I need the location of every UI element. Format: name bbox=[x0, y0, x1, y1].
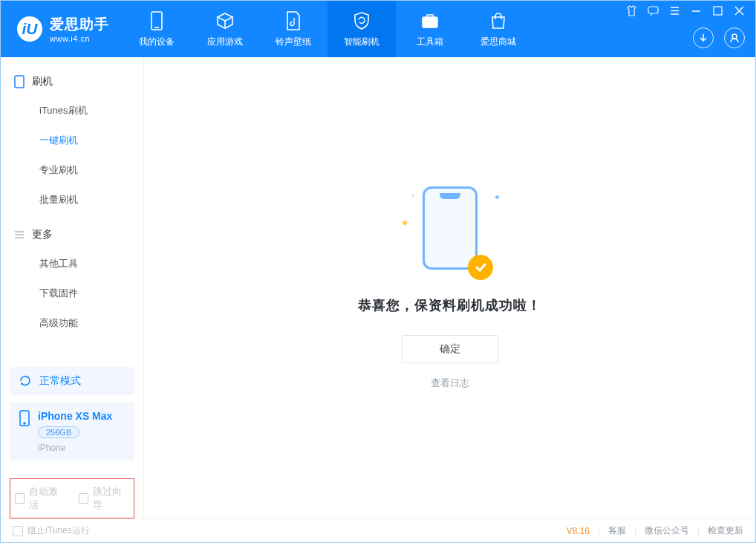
list-icon bbox=[14, 230, 25, 240]
wechat-link[interactable]: 微信公众号 bbox=[645, 524, 689, 537]
logo-text: 爱思助手 www.i4.cn bbox=[50, 15, 109, 43]
nav-label: 工具箱 bbox=[417, 36, 443, 48]
main-content: 恭喜您，保资料刷机成功啦！ 确定 查看日志 bbox=[143, 57, 755, 518]
app-name-cn: 爱思助手 bbox=[50, 15, 109, 34]
sidebar-item-oneclick-flash[interactable]: 一键刷机 bbox=[1, 126, 143, 155]
svg-point-18 bbox=[24, 423, 25, 424]
checkbox-icon bbox=[15, 493, 25, 504]
flash-options-box: 自动激活 跳过向导 bbox=[10, 478, 134, 518]
checkbox-label: 自动激活 bbox=[29, 485, 65, 512]
minimize-icon[interactable] bbox=[691, 5, 702, 16]
device-name: iPhone XS Max bbox=[38, 410, 112, 422]
nav-apps-games[interactable]: 应用游戏 bbox=[191, 1, 259, 57]
checkbox-icon bbox=[13, 526, 23, 536]
cube-icon bbox=[215, 10, 235, 31]
nav-label: 我的设备 bbox=[139, 36, 175, 48]
nav-label: 爱思商城 bbox=[480, 36, 516, 48]
shield-refresh-icon bbox=[351, 10, 372, 31]
header-right-buttons bbox=[693, 27, 745, 48]
checkbox-auto-activate[interactable]: 自动激活 bbox=[15, 485, 65, 512]
feedback-icon[interactable] bbox=[648, 5, 659, 16]
svg-rect-3 bbox=[423, 21, 437, 22]
success-illustration bbox=[398, 186, 502, 276]
separator bbox=[698, 527, 699, 536]
checkbox-icon bbox=[79, 493, 88, 504]
user-account-button[interactable] bbox=[724, 27, 745, 48]
maximize-icon[interactable] bbox=[712, 5, 723, 16]
sidebar-group-more[interactable]: 更多 bbox=[1, 221, 143, 249]
checkbox-skip-guide[interactable]: 跳过向导 bbox=[79, 485, 129, 512]
nav-label: 智能刷机 bbox=[344, 36, 379, 48]
ok-button[interactable]: 确定 bbox=[402, 335, 498, 363]
checkbox-label: 阻止iTunes运行 bbox=[27, 524, 90, 537]
svg-rect-13 bbox=[15, 76, 24, 88]
group-label: 更多 bbox=[32, 228, 53, 241]
app-name-en: www.i4.cn bbox=[50, 34, 109, 43]
menu-icon[interactable] bbox=[669, 5, 680, 16]
music-file-icon bbox=[283, 10, 304, 31]
sidebar: 刷机 iTunes刷机 一键刷机 专业刷机 批量刷机 更多 其他工具 下载固件 … bbox=[1, 57, 143, 518]
separator bbox=[635, 527, 636, 536]
svg-point-12 bbox=[732, 34, 737, 39]
view-log-link[interactable]: 查看日志 bbox=[358, 377, 541, 390]
sidebar-item-pro-flash[interactable]: 专业刷机 bbox=[1, 155, 143, 185]
briefcase-icon bbox=[420, 10, 440, 31]
nav-toolbox[interactable]: 工具箱 bbox=[396, 1, 464, 57]
device-card[interactable]: iPhone XS Max 256GB iPhone bbox=[10, 403, 134, 461]
top-nav: 我的设备 应用游戏 铃声壁纸 智能刷机 工具箱 爱思商城 bbox=[123, 1, 532, 57]
refresh-icon bbox=[19, 374, 32, 388]
nav-label: 铃声壁纸 bbox=[276, 36, 311, 48]
sidebar-item-advanced[interactable]: 高级功能 bbox=[1, 308, 143, 338]
result-panel: 恭喜您，保资料刷机成功啦！ 确定 查看日志 bbox=[358, 186, 541, 390]
logo[interactable]: iU 爱思助手 www.i4.cn bbox=[1, 1, 123, 57]
sidebar-item-download-firmware[interactable]: 下载固件 bbox=[1, 279, 143, 308]
checkbox-block-itunes[interactable]: 阻止iTunes运行 bbox=[13, 524, 90, 537]
version-label: V8.16 bbox=[567, 526, 590, 536]
close-icon[interactable] bbox=[734, 5, 745, 16]
sidebar-group-flash[interactable]: 刷机 bbox=[1, 68, 143, 96]
shirt-icon[interactable] bbox=[626, 5, 637, 16]
checkbox-label: 跳过向导 bbox=[93, 485, 129, 512]
sidebar-item-batch-flash[interactable]: 批量刷机 bbox=[1, 185, 143, 215]
download-manager-button[interactable] bbox=[693, 27, 714, 48]
nav-my-device[interactable]: 我的设备 bbox=[123, 1, 191, 57]
svg-rect-4 bbox=[648, 7, 658, 13]
nav-smart-flash[interactable]: 智能刷机 bbox=[328, 1, 396, 57]
app-header: iU 爱思助手 www.i4.cn 我的设备 应用游戏 铃声壁纸 智能刷机 工具… bbox=[1, 1, 755, 57]
group-label: 刷机 bbox=[32, 75, 53, 88]
sidebar-item-other-tools[interactable]: 其他工具 bbox=[1, 249, 143, 279]
separator bbox=[599, 527, 599, 536]
nav-ringtone-wallpaper[interactable]: 铃声壁纸 bbox=[259, 1, 328, 57]
shopping-bag-icon bbox=[488, 10, 509, 31]
device-storage-badge: 256GB bbox=[38, 426, 79, 438]
nav-label: 应用游戏 bbox=[207, 36, 243, 48]
nav-mall[interactable]: 爱思商城 bbox=[464, 1, 532, 57]
check-icon bbox=[468, 255, 493, 280]
footer-bar: 阻止iTunes运行 V8.16 客服 微信公众号 检查更新 bbox=[1, 518, 755, 542]
logo-icon: iU bbox=[17, 16, 42, 42]
support-link[interactable]: 客服 bbox=[608, 524, 626, 537]
phone-icon bbox=[146, 10, 167, 31]
sidebar-item-itunes-flash[interactable]: iTunes刷机 bbox=[1, 96, 143, 126]
phone-outline-icon bbox=[14, 75, 25, 88]
device-icon bbox=[19, 410, 30, 426]
device-type: iPhone bbox=[38, 443, 112, 453]
check-update-link[interactable]: 检查更新 bbox=[708, 524, 743, 537]
mode-label: 正常模式 bbox=[39, 374, 81, 388]
window-controls bbox=[626, 5, 745, 16]
svg-rect-9 bbox=[714, 7, 722, 15]
success-message: 恭喜您，保资料刷机成功啦！ bbox=[358, 296, 541, 314]
device-mode-card[interactable]: 正常模式 bbox=[10, 367, 134, 395]
